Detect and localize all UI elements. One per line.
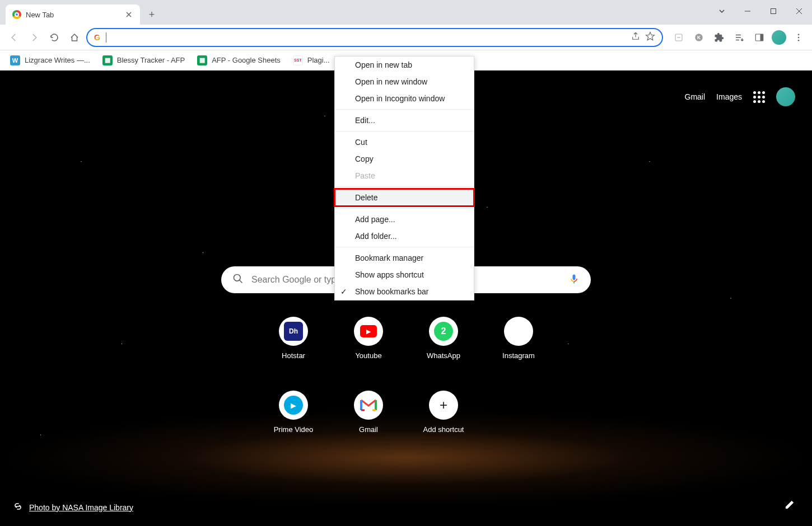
forward-button[interactable] xyxy=(26,29,43,46)
maximize-button[interactable] xyxy=(760,0,786,22)
reload-button[interactable] xyxy=(46,29,63,46)
window-controls xyxy=(709,0,812,22)
profile-avatar[interactable] xyxy=(772,30,786,45)
sst-icon: SST xyxy=(293,55,303,65)
svg-rect-0 xyxy=(771,9,776,14)
extension-app-icon[interactable] xyxy=(671,30,687,45)
credit-link[interactable]: Photo by NASA Image Library xyxy=(29,503,133,512)
search-icon xyxy=(232,273,244,287)
browser-tab[interactable]: New Tab xyxy=(6,4,140,25)
minimize-button[interactable] xyxy=(735,0,760,22)
menu-copy[interactable]: Copy xyxy=(335,151,474,167)
svg-text:K: K xyxy=(697,35,701,40)
bookmark-label: Plagi... xyxy=(307,56,330,64)
svg-point-6 xyxy=(798,34,800,35)
sheets-icon: ▦ xyxy=(197,55,207,65)
menu-separator xyxy=(335,247,474,247)
home-button[interactable] xyxy=(66,29,83,46)
menu-separator xyxy=(335,131,474,132)
voice-search-icon[interactable] xyxy=(568,273,580,287)
close-tab-button[interactable] xyxy=(124,10,133,19)
menu-show-apps[interactable]: Show apps shortcut xyxy=(335,266,474,283)
chrome-menu-button[interactable] xyxy=(791,30,806,45)
side-panel-icon[interactable] xyxy=(752,30,767,45)
shortcut-whatsapp[interactable]: 2 WhatsApp xyxy=(427,317,460,384)
menu-separator xyxy=(335,208,474,209)
extensions-icon[interactable] xyxy=(711,30,727,45)
bookmark-label: AFP - Google Sheets xyxy=(212,56,281,64)
shortcut-instagram[interactable]: ◎ Instagram xyxy=(502,317,535,384)
bookmark-label: Lizgrace Writes —... xyxy=(25,56,90,64)
bookmark-item[interactable]: ▦ Blessy Tracker - AFP xyxy=(102,55,185,65)
link-icon xyxy=(12,501,24,514)
omnibox[interactable]: G xyxy=(86,28,663,47)
ntp-topbar: Gmail Images xyxy=(685,87,795,106)
svg-point-9 xyxy=(234,275,241,281)
shortcuts-grid: Dh Hotstar ▶ Youtube 2 WhatsApp ◎ Instag… xyxy=(256,317,556,458)
bookmark-star-icon[interactable] xyxy=(645,31,655,44)
shortcut-hotstar[interactable]: Dh Hotstar xyxy=(279,317,308,384)
shortcut-youtube[interactable]: ▶ Youtube xyxy=(354,317,383,384)
svg-point-8 xyxy=(798,39,800,41)
text-cursor xyxy=(106,32,106,43)
shortcut-prime-video[interactable]: ▶ Prime Video xyxy=(274,391,314,458)
shortcut-label: Hotstar xyxy=(282,351,305,360)
google-apps-icon[interactable] xyxy=(753,91,765,103)
menu-show-bookmarks-bar[interactable]: ✓ Show bookmarks bar xyxy=(335,283,474,300)
wordpress-icon: W xyxy=(10,55,20,65)
context-menu: Open in new tab Open in new window Open … xyxy=(334,56,474,300)
chrome-icon xyxy=(12,10,21,19)
menu-open-incognito[interactable]: Open in Incognito window xyxy=(335,90,474,107)
menu-paste: Paste xyxy=(335,167,474,184)
bookmark-item[interactable]: SST Plagi... xyxy=(293,55,330,65)
new-tab-button[interactable]: + xyxy=(143,6,160,23)
chevron-down-icon[interactable] xyxy=(709,0,735,22)
customize-button[interactable] xyxy=(780,495,800,515)
url-input[interactable] xyxy=(112,33,625,42)
account-avatar[interactable] xyxy=(776,87,795,106)
shortcut-label: Youtube xyxy=(355,351,381,360)
menu-cut[interactable]: Cut xyxy=(335,134,474,151)
svg-point-7 xyxy=(798,36,800,38)
gmail-link[interactable]: Gmail xyxy=(685,92,706,101)
shortcut-label: WhatsApp xyxy=(427,351,460,360)
titlebar: New Tab + xyxy=(0,0,812,25)
extension-k-icon[interactable]: K xyxy=(691,30,707,45)
shortcut-label: Prime Video xyxy=(274,425,314,434)
add-shortcut-button[interactable]: + Add shortcut xyxy=(423,391,464,458)
menu-separator xyxy=(335,186,474,187)
toolbar: G K xyxy=(0,25,812,50)
sheets-icon: ▦ xyxy=(102,55,113,65)
menu-open-new-tab[interactable]: Open in new tab xyxy=(335,57,474,73)
check-icon: ✓ xyxy=(340,287,347,296)
shortcut-label: Add shortcut xyxy=(423,425,464,434)
shortcut-label: Gmail xyxy=(359,425,378,434)
reading-list-icon[interactable] xyxy=(731,30,747,45)
google-icon: G xyxy=(94,33,100,42)
tab-title: New Tab xyxy=(26,11,54,19)
shortcut-gmail[interactable]: Gmail xyxy=(354,391,383,458)
menu-separator xyxy=(335,109,474,110)
menu-add-page[interactable]: Add page... xyxy=(335,211,474,228)
shortcut-label: Instagram xyxy=(502,351,535,360)
bookmark-label: Blessy Tracker - AFP xyxy=(117,56,185,64)
background-credit: Photo by NASA Image Library xyxy=(12,501,133,514)
menu-edit[interactable]: Edit... xyxy=(335,112,474,129)
svg-rect-5 xyxy=(760,34,763,41)
menu-bookmark-manager[interactable]: Bookmark manager xyxy=(335,250,474,266)
bookmark-item[interactable]: W Lizgrace Writes —... xyxy=(10,55,90,65)
menu-delete[interactable]: Delete xyxy=(335,189,474,206)
bookmark-item[interactable]: ▦ AFP - Google Sheets xyxy=(197,55,281,65)
close-window-button[interactable] xyxy=(786,0,812,22)
images-link[interactable]: Images xyxy=(716,92,742,101)
menu-add-folder[interactable]: Add folder... xyxy=(335,228,474,245)
share-icon[interactable] xyxy=(631,31,641,44)
back-button[interactable] xyxy=(6,29,22,46)
menu-open-new-window[interactable]: Open in new window xyxy=(335,73,474,90)
